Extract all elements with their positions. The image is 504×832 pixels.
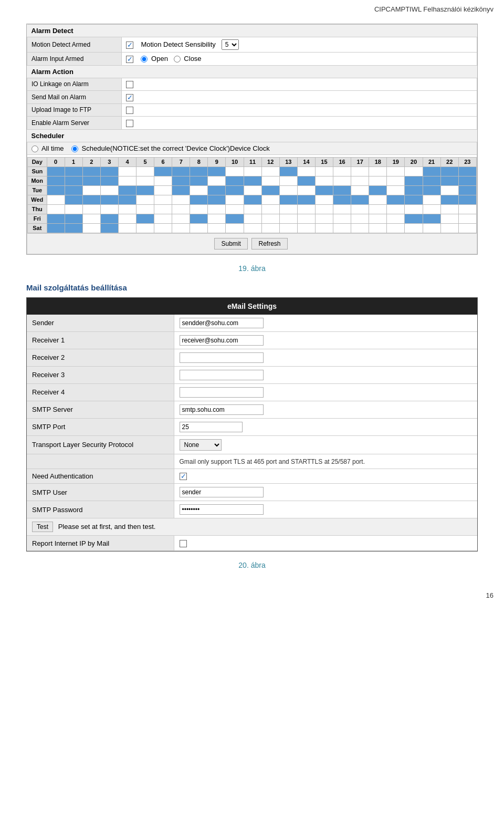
h20: 20 xyxy=(405,157,423,167)
submit-button[interactable]: Submit xyxy=(214,238,247,249)
receiver2-value xyxy=(174,349,477,366)
h17: 17 xyxy=(351,157,369,167)
table-row: Receiver 1 xyxy=(27,331,477,349)
table-row: SMTP User xyxy=(27,484,477,501)
refresh-button[interactable]: Refresh xyxy=(251,238,287,249)
test-button[interactable]: Test xyxy=(32,522,53,532)
receiver2-input[interactable] xyxy=(180,352,264,363)
h10: 10 xyxy=(226,157,244,167)
radio-alltime[interactable] xyxy=(32,145,38,152)
motion-detect-checkbox[interactable] xyxy=(126,41,133,49)
day-mon: Mon xyxy=(28,176,47,185)
tls-select[interactable]: None TLS STARTTLS xyxy=(180,439,222,451)
sender-input[interactable] xyxy=(180,318,264,328)
alarm-detect-panel: Alarm Detect Motion Detect Armed Motion … xyxy=(26,24,478,255)
tls-value: None TLS STARTTLS xyxy=(174,435,477,454)
receiver4-label: Receiver 4 xyxy=(27,383,174,401)
receiver1-input[interactable] xyxy=(180,335,264,346)
schedule-grid: Day 0 1 2 3 4 5 6 7 8 xyxy=(27,157,477,233)
h7: 7 xyxy=(172,157,190,167)
h23: 23 xyxy=(458,157,476,167)
h4: 4 xyxy=(118,157,136,167)
report-ip-value xyxy=(174,536,477,551)
motion-detect-sensibility-select[interactable]: 1 2 3 4 5 6 xyxy=(222,39,239,50)
tls-note-value: Gmail only support TLS at 465 port and S… xyxy=(174,454,477,469)
table-row: Transport Layer Security Protocol None T… xyxy=(27,435,477,454)
table-row: Tue xyxy=(28,185,477,195)
radio-open[interactable] xyxy=(141,56,148,63)
alarm-detect-title: Alarm Detect xyxy=(32,27,74,35)
receiver4-input[interactable] xyxy=(180,387,264,398)
tls-note-label xyxy=(27,454,174,469)
h13: 13 xyxy=(279,157,297,167)
smtp-server-value xyxy=(174,401,477,418)
table-row: Sat xyxy=(28,223,477,233)
page-header: CIPCAMPTIWL Felhasználói kézikönyv xyxy=(0,0,504,18)
table-row: Receiver 3 xyxy=(27,366,477,383)
scheduler-options-row: All time Schedule(NOTICE:set the correct… xyxy=(27,142,477,154)
alarm-action-title: Alarm Action xyxy=(32,68,74,76)
receiver2-label: Receiver 2 xyxy=(27,349,174,366)
test-hint: Please set at first, and then test. xyxy=(58,523,156,531)
radio-close-label: Close xyxy=(184,55,201,63)
alarm-table: Alarm Detect Motion Detect Armed Motion … xyxy=(27,24,477,254)
receiver4-value xyxy=(174,383,477,401)
scheduler-title: Scheduler xyxy=(32,132,65,140)
table-row: Sender xyxy=(27,315,477,332)
smtp-port-input[interactable] xyxy=(180,422,243,432)
smtp-user-input[interactable] xyxy=(180,487,264,497)
email-panel-title: eMail Settings xyxy=(27,298,477,315)
radio-open-label: Open xyxy=(151,55,168,63)
report-ip-label: Report Internet IP by Mail xyxy=(27,536,174,551)
upload-ftp-checkbox[interactable] xyxy=(126,107,133,114)
day-thu: Thu xyxy=(28,204,47,214)
table-row: Need Authentication xyxy=(27,469,477,484)
table-row: SMTP Password xyxy=(27,501,477,518)
mail-section-heading: Mail szolgáltatás beállítása xyxy=(26,279,478,297)
table-row: Receiver 4 xyxy=(27,383,477,401)
motion-detect-label: Motion Detect Armed xyxy=(27,37,122,53)
need-auth-checkbox[interactable] xyxy=(180,473,187,480)
table-row: SMTP Port xyxy=(27,418,477,435)
table-row: Wed xyxy=(28,195,477,204)
radio-close[interactable] xyxy=(174,56,181,63)
smtp-password-input[interactable] xyxy=(180,504,264,515)
page-number: 16 xyxy=(0,586,504,605)
receiver3-input[interactable] xyxy=(180,370,264,380)
alarm-input-label: Alarm Input Armed xyxy=(27,53,122,66)
table-row: SMTP Server xyxy=(27,401,477,418)
io-linkage-label: IO Linkage on Alarm xyxy=(27,78,122,91)
table-row: Mon xyxy=(28,176,477,185)
receiver3-label: Receiver 3 xyxy=(27,366,174,383)
enable-alarm-label: Enable Alarm Server xyxy=(27,117,122,130)
alarm-input-checkbox[interactable] xyxy=(126,56,133,63)
smtp-port-label: SMTP Port xyxy=(27,418,174,435)
header-title: CIPCAMPTIWL Felhasználói kézikönyv xyxy=(374,5,494,13)
table-row: Thu xyxy=(28,204,477,214)
test-row: Test Please set at first, and then test. xyxy=(27,518,477,536)
smtp-password-label: SMTP Password xyxy=(27,501,174,518)
h15: 15 xyxy=(315,157,333,167)
send-mail-checkbox[interactable] xyxy=(126,94,133,101)
receiver1-label: Receiver 1 xyxy=(27,331,174,349)
day-wed: Wed xyxy=(28,195,47,204)
report-ip-checkbox[interactable] xyxy=(180,540,187,547)
radio-schedule[interactable] xyxy=(71,145,78,152)
sender-label: Sender xyxy=(27,315,174,332)
smtp-user-value xyxy=(174,484,477,501)
send-mail-label: Send Mail on Alarm xyxy=(27,91,122,104)
figure19-caption: 19. ábra xyxy=(26,260,478,279)
receiver1-value xyxy=(174,331,477,349)
enable-alarm-checkbox[interactable] xyxy=(126,120,133,127)
tls-label: Transport Layer Security Protocol xyxy=(27,435,174,454)
io-linkage-checkbox[interactable] xyxy=(126,81,133,88)
h21: 21 xyxy=(423,157,440,167)
alltime-label: All time xyxy=(41,144,64,152)
io-linkage-value xyxy=(122,78,477,91)
upload-ftp-value xyxy=(122,103,477,117)
h0: 0 xyxy=(47,157,65,167)
h2: 2 xyxy=(82,157,100,167)
table-row: Fri xyxy=(28,214,477,223)
smtp-password-value xyxy=(174,501,477,518)
smtp-server-input[interactable] xyxy=(180,404,264,415)
